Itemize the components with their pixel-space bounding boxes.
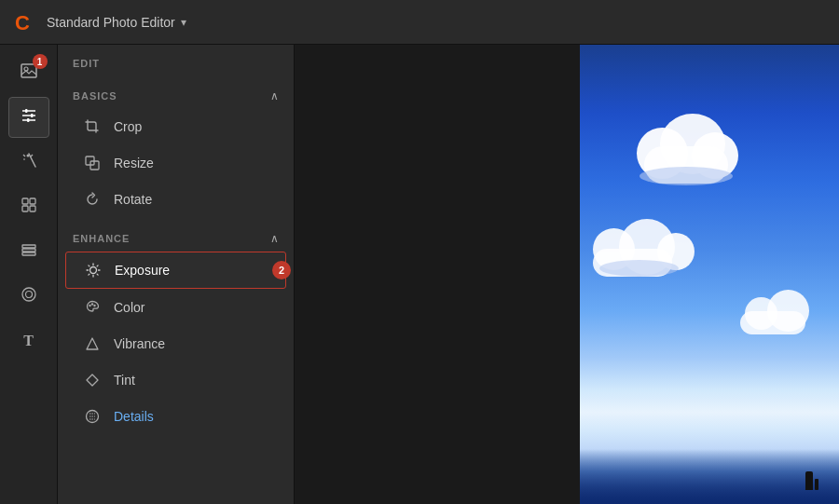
menu-item-details[interactable]: Details <box>65 399 286 434</box>
svg-line-30 <box>89 266 89 266</box>
details-label: Details <box>114 409 154 424</box>
menu-item-crop[interactable]: Crop <box>65 109 286 144</box>
svg-point-21 <box>22 288 35 301</box>
svg-marker-38 <box>87 375 98 386</box>
icon-bar: 1 <box>0 45 58 504</box>
crop-icon <box>84 118 101 135</box>
menu-item-exposure[interactable]: Exposure 2 <box>65 252 286 289</box>
layers-icon <box>20 240 38 264</box>
menu-item-tint[interactable]: Tint <box>65 362 286 398</box>
svg-marker-37 <box>87 338 98 349</box>
badge-2: 2 <box>272 261 291 279</box>
svg-line-31 <box>97 274 98 275</box>
sidebar-item-magic[interactable] <box>8 142 49 183</box>
text-icon: T <box>23 333 34 349</box>
svg-line-33 <box>89 274 89 275</box>
svg-rect-17 <box>30 206 35 211</box>
sliders-icon <box>20 106 38 129</box>
details-icon <box>84 408 101 425</box>
rotate-label: Rotate <box>114 192 152 207</box>
crop-label: Crop <box>114 119 142 134</box>
color-icon <box>84 299 101 316</box>
menu-item-vibrance[interactable]: Vibrance <box>65 326 286 361</box>
app-logo: C <box>11 9 37 35</box>
svg-point-34 <box>89 305 90 306</box>
topbar: C Standard Photo Editor ▾ <box>0 0 839 45</box>
edit-panel: EDIT BASICS ∧ Crop Resize <box>58 45 295 504</box>
canvas-area <box>295 45 839 504</box>
title-chevron: ▾ <box>181 16 186 29</box>
exposure-icon <box>85 262 102 279</box>
svg-point-22 <box>25 291 32 297</box>
svg-text:C: C <box>15 11 30 34</box>
app-title-group[interactable]: Standard Photo Editor ▾ <box>47 15 186 30</box>
svg-point-25 <box>90 267 97 274</box>
svg-rect-7 <box>31 114 34 117</box>
sidebar-item-camera[interactable] <box>8 276 49 317</box>
svg-rect-18 <box>22 245 35 248</box>
vibrance-icon <box>84 335 101 352</box>
enhance-label: ENHANCE <box>73 233 130 244</box>
badge-1: 1 <box>33 54 48 69</box>
tint-icon <box>84 372 101 388</box>
svg-line-32 <box>97 266 98 266</box>
menu-item-resize[interactable]: Resize <box>65 145 286 181</box>
photo-preview <box>580 45 839 504</box>
sidebar-item-edit[interactable] <box>8 97 49 138</box>
svg-rect-20 <box>22 252 35 255</box>
sidebar-item-layers[interactable] <box>8 231 49 272</box>
svg-point-10 <box>26 154 29 157</box>
edit-label: EDIT <box>58 58 294 76</box>
enhance-section-header[interactable]: ENHANCE ∧ <box>58 226 294 251</box>
camera-icon <box>20 285 38 308</box>
svg-rect-15 <box>30 198 35 204</box>
app-title: Standard Photo Editor <box>47 15 175 30</box>
svg-rect-6 <box>25 109 28 113</box>
sidebar-item-grid[interactable] <box>8 186 49 227</box>
menu-item-rotate[interactable]: Rotate <box>65 182 286 217</box>
svg-rect-14 <box>22 198 28 204</box>
svg-point-36 <box>93 305 95 306</box>
color-label: Color <box>114 300 144 315</box>
tint-label: Tint <box>114 373 135 388</box>
sidebar-item-image[interactable]: 1 <box>8 52 49 93</box>
svg-rect-19 <box>22 249 35 252</box>
enhance-chevron: ∧ <box>270 232 279 245</box>
vibrance-label: Vibrance <box>114 336 165 351</box>
main-area: 1 <box>0 45 839 504</box>
magic-wand-icon <box>20 151 38 174</box>
basics-chevron: ∧ <box>270 89 279 102</box>
grid-icon <box>20 196 38 219</box>
svg-line-12 <box>31 155 33 157</box>
canvas-background <box>295 45 580 504</box>
svg-point-35 <box>91 303 93 305</box>
menu-item-color[interactable]: Color <box>65 290 286 325</box>
resize-icon <box>84 155 101 171</box>
basics-section-header[interactable]: BASICS ∧ <box>58 84 294 108</box>
resize-label: Resize <box>114 156 154 170</box>
svg-line-11 <box>23 155 25 157</box>
svg-rect-16 <box>22 206 28 211</box>
svg-rect-8 <box>27 118 30 122</box>
sidebar-item-text[interactable]: T <box>8 320 49 361</box>
exposure-label: Exposure <box>115 263 170 278</box>
basics-label: BASICS <box>73 90 117 102</box>
rotate-icon <box>84 191 101 208</box>
